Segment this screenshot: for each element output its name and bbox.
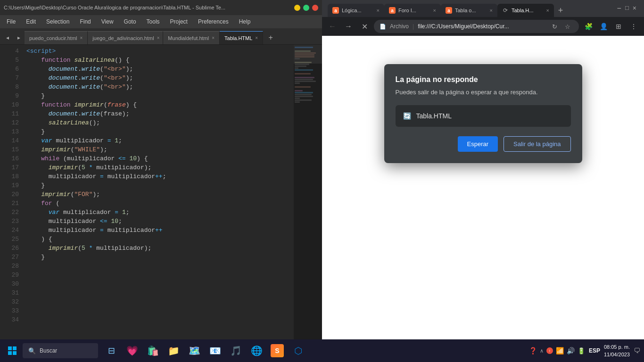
editor-panel: C:\Users\Miguel\Desktop\Curso Oracle Alu… — [0, 0, 322, 362]
tab-new-button[interactable]: + — [554, 4, 567, 17]
browser-tabbar: a Lógica... × a Foro I... × a Tabla o...… — [326, 0, 613, 17]
address-field[interactable]: 📄 Archivo | file:///C:/Users/Miguel/Desk… — [374, 20, 579, 33]
taskbar-spotify[interactable]: 🎵 — [226, 341, 245, 360]
menu-project[interactable]: Project — [165, 16, 192, 27]
reload-icon[interactable]: ↻ — [549, 21, 560, 32]
browser-toolbar-btns: 🧩 👤 ⊞ ⋮ — [582, 20, 640, 33]
tab-logica-close[interactable]: × — [377, 8, 380, 13]
taskbar-search[interactable]: 🔍 Buscar — [23, 343, 98, 358]
taskbar-taskview[interactable]: ⊟ — [102, 341, 121, 360]
tab-tabla-label: Tabla.HTML — [224, 35, 252, 41]
tab-juego-label: juego_de_adivinacion.html — [92, 35, 154, 41]
menu-edit[interactable]: Edit — [21, 16, 41, 27]
menu-find[interactable]: Find — [75, 16, 95, 27]
dialog-page-name: Tabla.HTML — [416, 112, 452, 120]
tab-mundialdefut-close[interactable]: × — [212, 35, 215, 41]
star-icon[interactable]: ☆ — [562, 21, 573, 32]
tab-nav-prev[interactable]: ◂ — [2, 31, 13, 44]
tab-puedo-conducir-close[interactable]: × — [80, 35, 83, 41]
minimap[interactable] — [294, 45, 322, 352]
taskbar-shop[interactable]: 🛍️ — [143, 341, 162, 360]
stop-reload-button[interactable]: ✕ — [358, 20, 371, 33]
browser-tab-tabla-h[interactable]: ⟳ Tabla.H... × — [497, 4, 554, 17]
browser-tab-foro[interactable]: a Foro I... × — [384, 4, 441, 17]
menu-tools[interactable]: Tools — [142, 16, 165, 27]
taskbar-emoji[interactable]: 💗 — [123, 341, 141, 360]
taskbar-explorer[interactable]: 📁 — [164, 341, 183, 360]
menu-preferences[interactable]: Preferences — [193, 16, 233, 27]
menu-help[interactable]: Help — [234, 16, 256, 27]
menu-file[interactable]: File — [2, 16, 20, 27]
tab-juego-close[interactable]: × — [157, 35, 160, 41]
tray-network-icon[interactable]: 📶 — [556, 347, 564, 354]
svg-rect-2 — [8, 351, 12, 355]
address-actions: ↻ ☆ — [549, 21, 573, 32]
taskbar: 🔍 Buscar ⊟ 💗 🛍️ 📁 🗺️ 📧 🎵 🌐 S — [0, 339, 644, 362]
tab-tabla-html[interactable]: Tabla.HTML × — [220, 31, 263, 44]
wait-button[interactable]: Esperar — [458, 136, 498, 152]
svg-rect-3 — [13, 351, 17, 355]
taskbar-clock[interactable]: 08:05 p. m. 11/04/2023 — [604, 343, 630, 358]
browser-tab-logica[interactable]: a Lógica... × — [328, 4, 384, 17]
more-options-button[interactable]: ⋮ — [627, 20, 640, 33]
editor-tabbar: ◂ ▸ puedo_conducir.html × juego_de_adivi… — [0, 28, 322, 45]
back-button[interactable]: ← — [326, 20, 339, 33]
tab-juego-adivinacion[interactable]: juego_de_adivinacion.html × — [88, 31, 163, 44]
line-numbers: 456789 101112131415 161718192021 2223242… — [0, 45, 23, 352]
menu-selection[interactable]: Selection — [41, 16, 74, 27]
tab-nav-next[interactable]: ▸ — [13, 31, 25, 44]
tab-logica-label: Lógica... — [342, 8, 374, 13]
tray-volume-icon[interactable]: 🔊 — [567, 347, 575, 354]
browser-panel: a Lógica... × a Foro I... × a Tabla o...… — [322, 0, 644, 339]
page-not-responding-dialog: La página no responde Puedes salir de la… — [384, 64, 582, 163]
tab-tabla-h-label: Tabla.H... — [512, 8, 544, 13]
tab-favicon-tabla-o: a — [446, 7, 452, 14]
browser-content: La página no responde Puedes salir de la… — [322, 36, 644, 339]
dialog-buttons: Esperar Salir de la página — [396, 136, 571, 152]
sidebar-toggle[interactable]: ⊞ — [612, 20, 625, 33]
taskbar-tray: ❓ ∧ ! 📶 🔊 🔋 — [529, 347, 585, 354]
code-area[interactable]: 456789 101112131415 161718192021 2223242… — [0, 45, 294, 352]
svg-rect-1 — [13, 346, 17, 350]
profile-button[interactable]: 👤 — [597, 20, 610, 33]
browser-minimize-btn[interactable]: − — [617, 4, 621, 13]
tab-foro-close[interactable]: × — [433, 8, 436, 13]
tab-mundialdefut[interactable]: Mundialdefut.html × — [163, 31, 220, 44]
browser-maximize-btn[interactable]: □ — [625, 4, 629, 13]
tab-tabla-h-close[interactable]: × — [546, 8, 549, 13]
dialog-page-icon: 🔄 — [403, 112, 412, 120]
browser-tab-tabla-o[interactable]: a Tabla o... × — [441, 4, 497, 17]
editor-close-button[interactable]: × — [312, 5, 318, 11]
tab-foro-label: Foro I... — [398, 8, 430, 13]
taskbar-chrome[interactable]: 🌐 — [247, 341, 266, 360]
tab-tabla-close[interactable]: × — [255, 35, 258, 41]
forward-button[interactable]: → — [342, 20, 355, 33]
tray-expand-icon[interactable]: ∧ — [540, 348, 544, 354]
dialog-title: La página no responde — [396, 75, 571, 84]
tray-notification-center[interactable]: 🗨 — [634, 347, 640, 354]
editor-maximize-button[interactable]: □ — [303, 5, 309, 11]
tab-puedo-conducir[interactable]: puedo_conducir.html × — [25, 31, 88, 44]
menu-view[interactable]: View — [97, 16, 118, 27]
extensions-button[interactable]: 🧩 — [582, 20, 595, 33]
browser-close-btn[interactable]: × — [633, 4, 636, 13]
tab-tabla-o-close[interactable]: × — [490, 8, 493, 13]
dialog-subtitle: Puedes salir de la página o esperar a qu… — [396, 89, 571, 96]
taskbar-sublime[interactable]: S — [268, 341, 287, 360]
tray-battery-icon[interactable]: 🔋 — [578, 347, 585, 354]
tab-favicon-foro: a — [389, 7, 396, 14]
taskbar-mail[interactable]: 📧 — [206, 341, 224, 360]
tab-tabla-o-label: Tabla o... — [455, 8, 487, 13]
tab-add-button[interactable]: + — [264, 31, 277, 44]
leave-page-button[interactable]: Salir de la página — [504, 136, 570, 152]
code-content[interactable]: <script> function saltarLinea() { docume… — [23, 45, 294, 352]
taskbar-maps[interactable]: 🗺️ — [185, 341, 204, 360]
svg-rect-0 — [8, 346, 12, 350]
notification-count: ! — [549, 349, 550, 353]
start-button[interactable] — [4, 342, 21, 359]
menu-goto[interactable]: Goto — [119, 16, 141, 27]
tray-help-icon[interactable]: ❓ — [529, 347, 537, 354]
taskbar-apps: ⊟ 💗 🛍️ 📁 🗺️ 📧 🎵 🌐 S ⬡ — [102, 341, 307, 360]
editor-minimize-button[interactable]: − — [294, 5, 300, 11]
taskbar-vscode[interactable]: ⬡ — [289, 341, 307, 360]
